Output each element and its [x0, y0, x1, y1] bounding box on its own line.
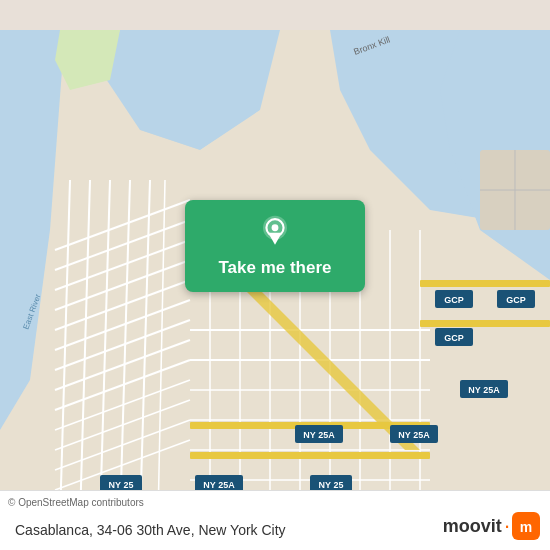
brand-dot: · — [504, 513, 510, 539]
address: Casablanca, 34-06 30th Ave, New York Cit… — [15, 522, 286, 538]
map-container: NY 25 NY 25A NY 25A NY 25A NY 25 GCP GCP… — [0, 0, 550, 550]
svg-text:NY 25A: NY 25A — [468, 385, 500, 395]
svg-text:GCP: GCP — [444, 333, 464, 343]
svg-text:NY 25A: NY 25A — [398, 430, 430, 440]
brand-name: moovit — [443, 516, 502, 537]
svg-rect-40 — [190, 452, 430, 459]
location-pin-icon — [257, 214, 293, 250]
take-me-there-button[interactable]: Take me there — [185, 200, 365, 292]
svg-rect-43 — [420, 320, 550, 327]
svg-text:GCP: GCP — [506, 295, 526, 305]
svg-text:NY 25: NY 25 — [319, 480, 344, 490]
cta-label: Take me there — [218, 258, 331, 278]
svg-marker-71 — [268, 233, 282, 245]
svg-text:NY 25A: NY 25A — [203, 480, 235, 490]
svg-text:NY 25A: NY 25A — [303, 430, 335, 440]
moovit-logo: moovit · m — [443, 512, 540, 540]
svg-text:GCP: GCP — [444, 295, 464, 305]
svg-rect-42 — [420, 280, 550, 287]
svg-text:NY 25: NY 25 — [109, 480, 134, 490]
attribution: © OpenStreetMap contributors — [8, 497, 144, 508]
svg-text:m: m — [520, 519, 532, 535]
svg-point-70 — [272, 224, 279, 231]
moovit-icon: m — [512, 512, 540, 540]
info-bar: © OpenStreetMap contributors Casablanca,… — [0, 490, 550, 550]
